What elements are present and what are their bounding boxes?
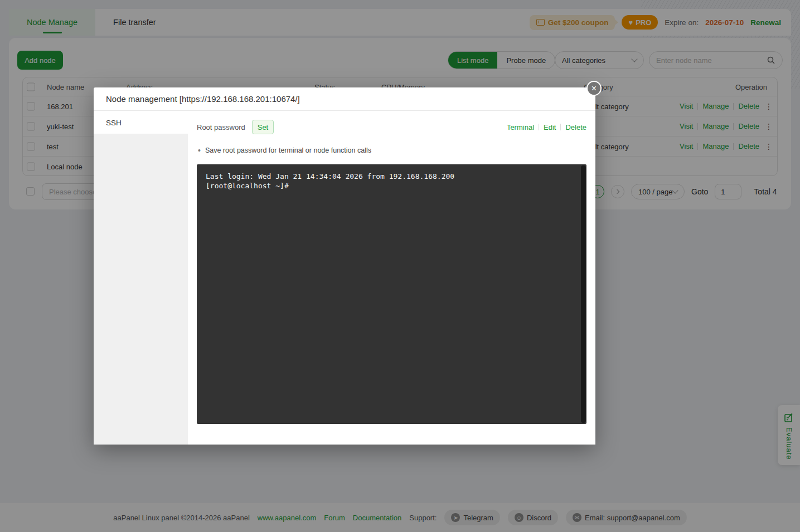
node-management-modal: × Node management [https://192.168.168.2… [94, 87, 595, 445]
root-password-row: Root password Set Terminal Edit Delete [197, 119, 586, 135]
modal-delete-link[interactable]: Delete [565, 123, 586, 131]
edit-link[interactable]: Edit [544, 123, 556, 131]
modal-close-button[interactable]: × [586, 81, 602, 96]
sidebar-item-ssh-label: SSH [106, 119, 122, 127]
terminal-link[interactable]: Terminal [507, 123, 534, 131]
bullet-icon: • [198, 146, 201, 155]
hint-text: Save root password for terminal or node … [205, 147, 371, 154]
ssh-terminal[interactable]: Last login: Wed Jan 21 14:34:04 2026 fro… [197, 164, 586, 424]
terminal-line: Last login: Wed Jan 21 14:34:04 2026 fro… [206, 172, 578, 181]
set-password-button[interactable]: Set [252, 120, 274, 134]
modal-header: Node management [https://192.168.168.201… [94, 87, 595, 111]
root-password-label: Root password [197, 123, 245, 131]
modal-content: Root password Set Terminal Edit Delete •… [188, 111, 595, 445]
modal-title: Node management [https://192.168.168.201… [106, 94, 300, 104]
terminal-scrollbar[interactable] [581, 165, 586, 423]
sidebar-item-ssh[interactable]: SSH [94, 111, 188, 134]
terminal-prompt: [root@localhost ~]# [206, 181, 578, 191]
root-password-hint: • Save root password for terminal or nod… [198, 146, 371, 155]
modal-sidebar: SSH [94, 111, 188, 445]
modal-actions: Terminal Edit Delete [507, 123, 586, 131]
